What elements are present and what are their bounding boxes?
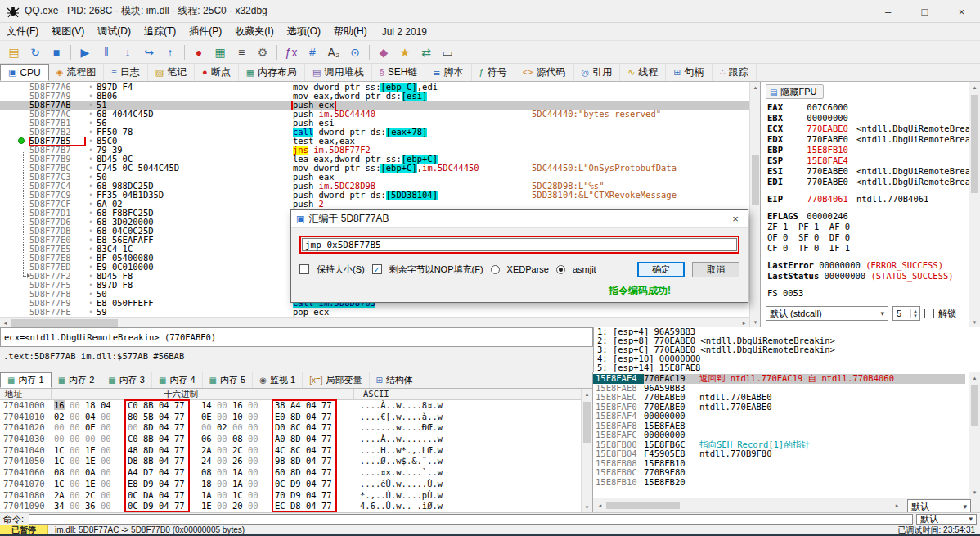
log-button[interactable]: ≡ [232, 43, 251, 62]
registers-vscrollbar[interactable]: ▴ ▾ [969, 82, 980, 327]
tab-script[interactable]: ≣脚本 [425, 64, 471, 81]
disasm-row[interactable]: 5D8F77AC•68 4044C45Dpush im.5DC444405DC4… [0, 110, 749, 119]
assemble-dialog-titlebar[interactable]: ▣ 汇编于 5D8F77AB × [291, 210, 748, 228]
registers-pane[interactable]: ▤ 隐藏FPU EAX 007C6000EBX 00000000ECX 770E… [761, 82, 980, 327]
disasm-row[interactable]: 5D8F77B9•8D45 0Clea eax,dword ptr ss:[eb… [0, 155, 749, 164]
tab-memory-map[interactable]: ▦内存布局 [239, 64, 305, 81]
dump-row[interactable]: 7704109034 00 36 000C D9 04 771E 00 20 0… [0, 501, 581, 512]
disasm-row[interactable]: 5D8F77FE•59pop ecx [0, 308, 749, 317]
stack-row[interactable]: 15E8FAE896A59BB3 [593, 384, 965, 394]
tab-references[interactable]: ◎引用 [574, 64, 621, 81]
dump-row[interactable]: 7704106008 00 0A 00A4 D7 04 7708 00 1A 0… [0, 467, 581, 479]
hash-button[interactable]: # [303, 43, 322, 62]
keep-size-checkbox[interactable] [299, 264, 309, 274]
run-button[interactable]: ▶ [75, 43, 95, 62]
dialog-close-icon[interactable]: × [723, 213, 748, 225]
register-row[interactable]: OF 0 SF 0 DF 0 [767, 232, 969, 243]
patch-button[interactable]: ◆ [374, 43, 393, 62]
register-row[interactable]: FS 0053 [767, 288, 969, 299]
register-row[interactable]: EBP 15E8FB10 [767, 145, 969, 155]
argument-count-stepper[interactable]: 5 ▲▼ [892, 306, 920, 321]
register-row[interactable]: ESP 15E8FAE4 [767, 155, 969, 166]
register-row[interactable]: EDI 770EABE0<ntdll.DbgUiRemoteBreakin> [767, 177, 969, 187]
tab-seh[interactable]: §SEH链 [372, 64, 426, 81]
register-row[interactable]: EIP 770B4061ntdll.770B4061 [767, 194, 969, 205]
disasm-row[interactable]: 5D8F77B5•85C0test eax,eax [0, 137, 749, 146]
stack-row[interactable]: 15E8FAF400000000 [593, 412, 965, 421]
arguments-pane[interactable]: 1: [esp+4] 96A59BB32: [esp+8] 770EABE0 <… [593, 327, 980, 372]
stack-view-select[interactable]: 默认▾ [907, 499, 971, 512]
execute-till-return-button[interactable]: ↑ [160, 43, 180, 62]
step-over-button[interactable]: ↪ [139, 43, 159, 62]
restart-button[interactable]: ↻ [25, 43, 45, 62]
memory-map-button[interactable]: ▦ [210, 43, 230, 62]
tab-source[interactable]: <>源代码 [515, 64, 574, 81]
disasm-row[interactable]: 5D8F77A9•8B06mov eax,dword ptr ds:[esi] [0, 92, 749, 101]
register-row[interactable]: CF 0 TF 0 IF 1 [767, 243, 969, 254]
register-row[interactable]: ECX 770EABE0<ntdll.DbgUiRemoteBreakin> [767, 124, 969, 134]
tab-log[interactable]: ≡日志 [104, 64, 147, 81]
stack-hscrollbar[interactable]: ◂ ▸ [595, 500, 902, 511]
tab-graph[interactable]: ◈流程图 [49, 64, 104, 81]
dump-tab-memory-2[interactable]: ▦内存 2 [52, 372, 102, 388]
nop-fill-checkbox[interactable]: ✓ [372, 264, 382, 274]
register-row[interactable]: LastError 00000000 (ERROR_SUCCESS) [767, 260, 969, 271]
disasm-row[interactable]: 5D8F77C3•50push eax [0, 173, 749, 182]
dump-tab-memory-1[interactable]: ▦内存 1 [0, 372, 52, 388]
tab-notes[interactable]: ▨笔记 [148, 64, 195, 81]
dump-tab-memory-4[interactable]: ▦内存 4 [152, 372, 203, 388]
stack-row[interactable]: 15E8FB0815E8FB10 [593, 459, 965, 469]
maximize-button[interactable]: □ [906, 0, 943, 23]
cancel-button[interactable]: 取消 [692, 262, 739, 277]
memory-dump-pane[interactable]: ▦内存 1▦内存 2▦内存 3▦内存 4▦内存 5◉监视 1[x=]局部变量⊞结… [0, 372, 593, 512]
tab-call-stack[interactable]: ▤调用堆栈 [305, 64, 371, 81]
disasm-row[interactable]: 5D8F77C9•FF35 04B1D35Dpush dword ptr ds:… [0, 191, 749, 200]
register-row[interactable]: EDX 770EABE0<ntdll.DbgUiRemoteBreakin> [767, 134, 969, 145]
disasm-row[interactable]: 5D8F77A6•897D F4mov dword ptr ss:[ebp-C]… [0, 83, 749, 92]
sync-button[interactable]: ⇄ [416, 43, 436, 62]
breakpoint-button[interactable]: ● [189, 43, 209, 62]
stack-row[interactable]: 15E8FAF815E8FAE8 [593, 421, 965, 431]
dump-vscrollbar[interactable]: ▴ ▾ [581, 389, 592, 512]
tab-handles[interactable]: ⊞句柄 [666, 64, 712, 81]
disassembly-vscrollbar[interactable]: ▴ ▾ [749, 82, 761, 327]
menu-item-3[interactable]: 追踪(T) [137, 23, 182, 40]
menu-item-5[interactable]: 收藏夹(I) [228, 23, 280, 40]
disasm-row[interactable]: 5D8F77BC•C745 0C 5044C45Dmov dword ptr s… [0, 164, 749, 173]
tab-breakpoints[interactable]: ●断点 [195, 64, 239, 81]
disasm-row[interactable]: 5D8F77B7•79 39jns im.5D8F77F2 [0, 146, 749, 155]
stack-pane[interactable]: 15E8FAE4770EAC19返回到 ntdll.770EAC19 自 ntd… [593, 372, 980, 512]
stack-row[interactable]: 15E8FB0C770B9F80 [593, 468, 965, 478]
dump-row[interactable]: 770410701C 00 1E 00E8 D9 04 7718 00 1A 0… [0, 479, 581, 490]
menu-item-1[interactable]: 视图(V) [45, 23, 91, 40]
tab-threads[interactable]: ∿线程 [620, 64, 666, 81]
xedparse-radio[interactable] [491, 265, 500, 274]
command-input[interactable] [29, 514, 913, 525]
register-row[interactable]: EAX 007C6000 [767, 102, 969, 113]
stack-row[interactable]: 15E8FB0015E8FB6C指向SEH_Record[1]的指针 [593, 440, 965, 450]
tab-symbols[interactable]: ƒ符号 [472, 64, 515, 81]
menu-item-2[interactable]: 调试(D) [91, 23, 137, 40]
menu-item-0[interactable]: 文件(F) [0, 23, 45, 40]
step-into-button[interactable]: ↓ [118, 43, 137, 62]
register-row[interactable]: LastStatus 00000000 (STATUS_SUCCESS) [767, 271, 969, 282]
stack-row[interactable]: 15E8FAF0770EABE0ntdll.770EABE0 [593, 403, 965, 412]
search-button[interactable]: ⊙ [345, 43, 365, 62]
ok-button[interactable]: 确定 [637, 262, 685, 277]
calling-convention-select[interactable]: 默认 (stdcall)▾ [766, 306, 888, 321]
dump-row[interactable]: 7704101002 00 04 0080 5B 04 770E 00 10 0… [0, 412, 581, 423]
dump-row[interactable]: 770410501C 00 1E 00D8 8B 04 7724 00 26 0… [0, 456, 581, 467]
tab-cpu[interactable]: ▣CPU [0, 64, 49, 81]
dump-tab-watch-1[interactable]: ◉监视 1 [253, 372, 303, 388]
stack-row[interactable]: 15E8FAFC00000000 [593, 430, 965, 440]
dump-tab-struct[interactable]: ⊞结构体 [370, 372, 420, 388]
dump-row[interactable]: 7704102000 00 0E 0000 8D 04 7700 02 00 0… [0, 422, 581, 434]
fx-button[interactable]: ƒx [281, 43, 301, 62]
menu-item-7[interactable]: 帮助(H) [327, 23, 374, 40]
argument-row[interactable]: 5: [esp+14] 15E8FAE8 [594, 363, 980, 372]
stack-row[interactable]: 15E8FAEC770EABE0ntdll.770EABE0 [593, 393, 965, 403]
close-button[interactable]: × [943, 0, 980, 23]
stack-row[interactable]: 15E8FB04F45905E8ntdll.770B9F80 [593, 449, 965, 459]
disassembly-hscrollbar[interactable]: ◂ ▸ [0, 317, 749, 327]
register-row[interactable]: EBX 00000000 [767, 113, 969, 124]
